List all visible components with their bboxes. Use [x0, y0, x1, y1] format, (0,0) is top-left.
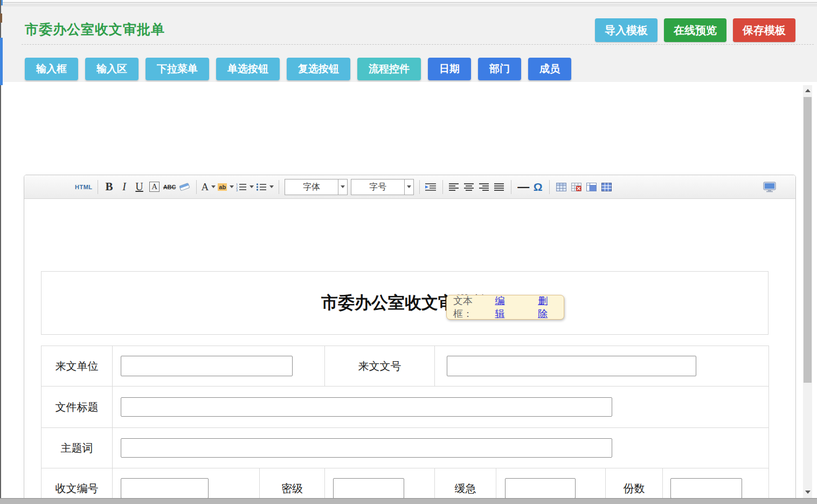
- widget-textarea-button[interactable]: 输入区: [85, 58, 139, 80]
- tooltip-label: 文本框：: [453, 294, 492, 320]
- align-right-icon: [479, 183, 490, 191]
- align-left-button[interactable]: [448, 179, 461, 195]
- widget-member-button[interactable]: 成员: [528, 58, 571, 80]
- fullscreen-button[interactable]: [763, 179, 776, 195]
- chevron-down-icon: [269, 185, 274, 188]
- align-right-button[interactable]: [478, 179, 491, 195]
- editor-toolbar: HTML B I U A ABC A ab: [24, 175, 795, 199]
- label-doc-title: 文件标题: [41, 386, 113, 428]
- widget-input-box-button[interactable]: 输入框: [25, 58, 78, 80]
- incoming-unit-input[interactable]: [121, 356, 293, 376]
- window-top-strip: [0, 0, 817, 3]
- widget-flow-control-button[interactable]: 流程控件: [357, 58, 421, 80]
- secret-level-input[interactable]: [333, 478, 404, 499]
- label-subject-words: 主题词: [41, 428, 113, 468]
- align-center-icon: [464, 183, 475, 191]
- copies-input[interactable]: [670, 478, 742, 499]
- textbox-tooltip: 文本框： 编辑 删除: [446, 295, 564, 320]
- align-left-icon: [449, 183, 460, 191]
- font-color-a-icon: A: [202, 181, 209, 193]
- chevron-down-icon: [211, 185, 216, 188]
- underline-button[interactable]: U: [133, 179, 146, 195]
- scrollbar-up-button[interactable]: [803, 87, 812, 94]
- arrow-down-icon: [805, 491, 811, 494]
- toolbar-separator: [279, 180, 279, 194]
- urgency-input[interactable]: [505, 478, 576, 499]
- source-code-button[interactable]: HTML: [75, 179, 93, 195]
- bullet-list-icon: [256, 183, 267, 191]
- italic-button[interactable]: I: [118, 179, 131, 195]
- toolbar-separator: [511, 180, 511, 194]
- bold-button[interactable]: B: [103, 179, 116, 195]
- scrollbar-down-button[interactable]: [803, 488, 812, 496]
- subject-words-input[interactable]: [121, 438, 612, 458]
- toolbar-separator: [549, 180, 550, 194]
- bullet-list-button[interactable]: [256, 179, 274, 195]
- horizontal-rule-button[interactable]: —: [516, 179, 529, 195]
- font-family-arrow[interactable]: [338, 179, 347, 195]
- chevron-down-icon: [407, 185, 411, 188]
- cell-incoming-unit: [113, 346, 325, 386]
- font-color-button[interactable]: A: [202, 179, 216, 195]
- online-preview-button[interactable]: 在线预览: [664, 18, 726, 42]
- table-row: 来文单位 来文文号: [41, 346, 769, 386]
- tooltip-delete-link[interactable]: 删除: [538, 294, 557, 320]
- remove-format-button[interactable]: [178, 179, 191, 195]
- widget-department-button[interactable]: 部门: [478, 58, 521, 80]
- delete-table-icon: [571, 183, 581, 191]
- chevron-down-icon: [250, 185, 254, 188]
- tooltip-edit-link[interactable]: 编辑: [495, 294, 515, 320]
- merge-cells-icon: [586, 183, 597, 191]
- form-table: 来文单位 来文文号 文件标题 主题词: [41, 346, 769, 504]
- indent-button[interactable]: [425, 179, 438, 195]
- merge-cells-button[interactable]: [585, 179, 598, 195]
- insert-table-button[interactable]: [555, 179, 567, 195]
- char-border-button[interactable]: A: [148, 179, 161, 195]
- highlight-color-button[interactable]: ab: [218, 179, 234, 195]
- widget-toolbar: 输入框 输入区 下拉菜单 单选按钮 复选按钮 流程控件 日期 部门 成员: [25, 58, 571, 80]
- font-family-value: 字体: [285, 179, 338, 195]
- import-template-button[interactable]: 导入模板: [595, 18, 657, 42]
- main-panel: HTML B I U A ABC A ab: [0, 82, 817, 504]
- widget-radio-button[interactable]: 单选按钮: [216, 58, 280, 80]
- window-top-strip-2: [0, 3, 817, 6]
- ordered-list-button[interactable]: 1 2 3: [236, 179, 254, 195]
- boxed-a-icon: A: [149, 182, 160, 192]
- svg-text:3: 3: [236, 189, 238, 191]
- widget-dropdown-button[interactable]: 下拉菜单: [146, 58, 209, 80]
- cell-subject-words: [113, 428, 769, 468]
- editor-content[interactable]: 市委办公室收文审批单 来文单位 来文文号: [24, 199, 795, 504]
- header: 市委办公室收文审批单 导入模板 在线预览 保存模板 输入框 输入区 下拉菜单 单…: [0, 6, 817, 82]
- vertical-scrollbar[interactable]: [803, 85, 812, 498]
- strikethrough-button[interactable]: ABC: [163, 179, 176, 195]
- widget-date-button[interactable]: 日期: [428, 58, 471, 80]
- table-props-button[interactable]: [600, 179, 613, 195]
- toolbar-separator: [442, 180, 443, 194]
- save-template-button[interactable]: 保存模板: [733, 18, 795, 42]
- toolbar-separator: [196, 180, 197, 194]
- highlight-ab-icon: ab: [218, 183, 227, 191]
- toolbar-separator: [98, 180, 98, 194]
- chevron-down-icon: [341, 185, 345, 188]
- window-bottom-bar: [0, 498, 817, 504]
- indent-icon: [425, 183, 437, 191]
- font-size-value: 字号: [351, 179, 404, 195]
- table-row: 文件标题: [41, 386, 769, 428]
- label-incoming-unit: 来文单位: [41, 346, 113, 386]
- font-family-select[interactable]: 字体: [285, 179, 348, 195]
- scrollbar-thumb[interactable]: [804, 97, 812, 383]
- special-char-button[interactable]: Ω: [531, 179, 544, 195]
- ref-number-input[interactable]: [447, 356, 696, 376]
- delete-table-button[interactable]: [570, 179, 583, 195]
- header-divider: [22, 44, 814, 45]
- justify-button[interactable]: [493, 179, 506, 195]
- doc-title-input[interactable]: [121, 397, 612, 417]
- font-size-select[interactable]: 字号: [351, 179, 414, 195]
- page-title: 市委办公室收文审批单: [25, 20, 165, 38]
- header-actions: 导入模板 在线预览 保存模板: [595, 18, 795, 42]
- font-size-arrow[interactable]: [404, 179, 413, 195]
- widget-checkbox-button[interactable]: 复选按钮: [287, 58, 350, 80]
- cell-ref-number: [435, 346, 769, 386]
- align-center-button[interactable]: [463, 179, 476, 195]
- receipt-number-input[interactable]: [121, 478, 209, 499]
